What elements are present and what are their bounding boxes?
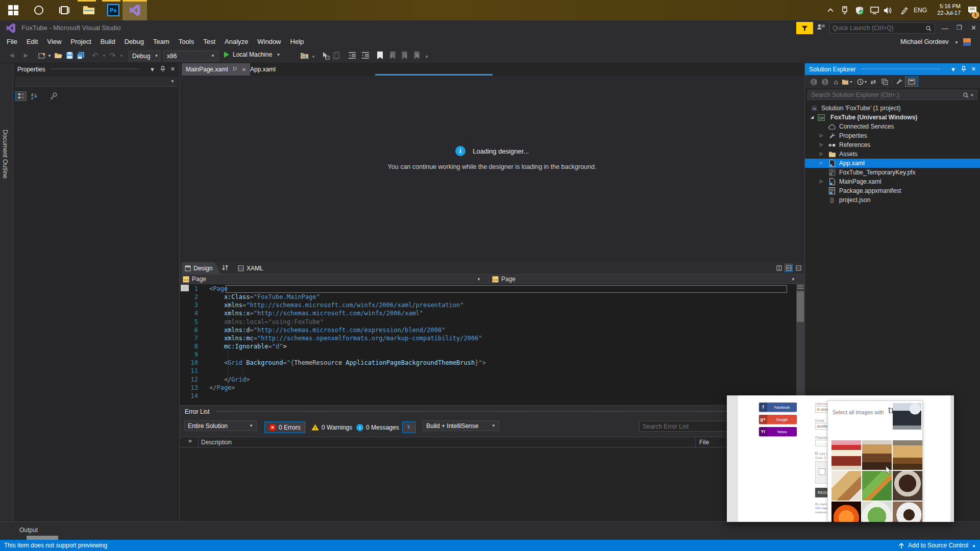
- tray-network[interactable]: [870, 0, 879, 20]
- code-line-10[interactable]: 10 <Grid Background="{ThemeResource Appl…: [180, 359, 486, 367]
- photoshop-button[interactable]: Ps: [101, 0, 126, 20]
- tree-item-foxtube-temporarykey-pfx[interactable]: FoxTube_TemporaryKey.pfx: [805, 168, 980, 177]
- tray-volume[interactable]: [884, 0, 892, 20]
- copy-disabled-icon[interactable]: [333, 52, 340, 60]
- drag-handle[interactable]: [51, 68, 139, 70]
- chevron-down-icon[interactable]: ▼: [47, 54, 52, 58]
- next-bookmark-icon[interactable]: [401, 51, 408, 60]
- tree-item-project-json[interactable]: {}project.json: [805, 195, 980, 205]
- toolbar-overflow-icon[interactable]: ▼: [425, 55, 429, 59]
- expander-closed-icon[interactable]: ▷: [820, 161, 823, 165]
- expander-closed-icon[interactable]: ▷: [820, 152, 823, 156]
- captcha-image-breakfast-plate[interactable]: [831, 471, 861, 500]
- drag-handle[interactable]: [216, 410, 794, 413]
- error-scope-dropdown[interactable]: Entire Solution▼: [184, 420, 257, 431]
- quick-launch-box[interactable]: [829, 22, 935, 34]
- close-icon[interactable]: ✕: [170, 66, 175, 72]
- collapse-pane-button[interactable]: [794, 264, 802, 272]
- messages-filter-button[interactable]: i 0 Messages: [352, 421, 403, 433]
- tree-item-assets[interactable]: ▷Assets: [805, 149, 980, 159]
- tray-pen[interactable]: [900, 0, 909, 20]
- scrollbar-thumb[interactable]: [797, 291, 804, 322]
- tray-clock[interactable]: 5:16 PM 22-Jul-17: [937, 3, 961, 23]
- quick-launch-input[interactable]: [832, 24, 925, 32]
- new-project-icon[interactable]: [38, 52, 46, 60]
- xaml-tab[interactable]: <> XAML: [235, 262, 268, 274]
- design-tab[interactable]: Design: [182, 262, 220, 274]
- sync-with-active-document-button[interactable]: ⇄: [868, 77, 879, 87]
- tree-item-foxtube-universal-windows[interactable]: ◢C#FoxTube (Universal Windows): [805, 113, 980, 122]
- increase-indent-icon[interactable]: [361, 52, 370, 59]
- severity-column-icon[interactable]: ⚑: [188, 439, 192, 444]
- user-avatar[interactable]: [963, 38, 971, 46]
- close-button[interactable]: ✕: [971, 24, 976, 32]
- save-all-icon[interactable]: [77, 52, 85, 60]
- file-explorer-button[interactable]: [77, 0, 101, 20]
- code-line-1[interactable]: 1<Page: [180, 285, 486, 293]
- solution-explorer-header[interactable]: Solution Explorer ▼ ✕: [805, 63, 980, 75]
- menu-window[interactable]: Window: [253, 36, 285, 47]
- captcha-image-iced-dessert[interactable]: [862, 440, 892, 470]
- tree-item-connected-services[interactable]: Connected Services: [805, 122, 980, 131]
- menu-view[interactable]: View: [42, 36, 66, 47]
- code-line-13[interactable]: 13</Page>: [180, 384, 486, 392]
- categorized-view-button[interactable]: [15, 91, 27, 101]
- horizontal-split-button[interactable]: [785, 264, 793, 272]
- code-line-12[interactable]: 12 </Grid>: [180, 375, 486, 384]
- captcha-image-salad-plate[interactable]: [862, 502, 892, 522]
- code-line-2[interactable]: 2 x:Class="FoxTube.MainPage": [180, 293, 486, 301]
- captcha-image-salt-lamp[interactable]: [831, 502, 861, 522]
- captcha-image-salad-bowl[interactable]: [862, 471, 892, 500]
- page-scrollbar[interactable]: [950, 395, 954, 522]
- google-login-button[interactable]: g+Google: [759, 415, 797, 424]
- tree-item-package-appxmanifest[interactable]: Package.appxmanifest: [805, 186, 980, 195]
- code-line-7[interactable]: 7 xmlns:mc="http://schemas.openxmlformat…: [180, 334, 486, 342]
- window-position-icon[interactable]: ▼: [150, 66, 155, 72]
- pin-icon[interactable]: [160, 66, 165, 73]
- expander-closed-icon[interactable]: ▷: [820, 133, 823, 138]
- errors-filter-button[interactable]: ✕ 0 Errors: [264, 421, 305, 433]
- pin-icon[interactable]: [961, 66, 966, 73]
- selected-object-dropdown[interactable]: ▼: [15, 77, 178, 87]
- menu-file[interactable]: File: [2, 36, 22, 47]
- tree-item-app-xaml[interactable]: ▷App.xaml: [805, 159, 980, 168]
- tray-chevron[interactable]: [827, 0, 834, 20]
- redo-icon[interactable]: ↷: [109, 51, 116, 60]
- close-icon[interactable]: ✕: [971, 66, 976, 72]
- switch-views-button[interactable]: ▼: [842, 77, 853, 87]
- decrease-indent-icon[interactable]: [348, 52, 356, 59]
- warnings-filter-button[interactable]: ! 0 Warnings: [307, 421, 356, 433]
- pending-changes-filter-button[interactable]: ▼: [856, 77, 868, 87]
- tree-item-mainpage-xaml[interactable]: ▷MainPage.xaml: [805, 177, 980, 186]
- menu-test[interactable]: Test: [199, 36, 220, 47]
- expander-open-icon[interactable]: ◢: [811, 115, 814, 119]
- forward-button[interactable]: ❯: [819, 77, 830, 87]
- alphabetical-sort-button[interactable]: AZ: [29, 91, 40, 101]
- menu-build[interactable]: Build: [96, 36, 120, 47]
- preview-selected-items-button[interactable]: [905, 77, 918, 87]
- window-position-icon[interactable]: ▼: [950, 66, 956, 72]
- collapse-all-button[interactable]: [879, 77, 890, 87]
- solution-explorer-search-input[interactable]: [811, 91, 963, 98]
- find-in-files-icon[interactable]: [300, 52, 309, 60]
- captcha-image-coffee-with-cookie[interactable]: [893, 502, 922, 522]
- file-column-header[interactable]: File: [699, 439, 709, 446]
- platform-dropdown[interactable]: x86▼: [163, 51, 218, 61]
- expander-closed-icon[interactable]: ▷: [820, 179, 823, 184]
- document-outline-tab[interactable]: Document Outline: [2, 130, 9, 179]
- error-list-header[interactable]: Error List: [180, 406, 804, 417]
- captcha-image-coffee-beans-cup[interactable]: [893, 471, 922, 500]
- yahoo-login-button[interactable]: Y!Yahoo: [759, 427, 797, 436]
- splitter-grip[interactable]: [797, 285, 803, 290]
- tab-app-xaml[interactable]: App.xaml: [246, 63, 280, 76]
- clear-bookmarks-icon[interactable]: [413, 51, 421, 60]
- home-button[interactable]: ⌂: [830, 77, 842, 87]
- add-to-source-control-button[interactable]: Add to Source Control ▲: [898, 542, 976, 549]
- send-a-smile-button[interactable]: [817, 23, 825, 34]
- visual-studio-button[interactable]: [122, 0, 147, 20]
- task-view-button[interactable]: [52, 0, 77, 20]
- chevron-down-icon[interactable]: ▼: [311, 55, 315, 59]
- menu-tools[interactable]: Tools: [174, 36, 199, 47]
- menu-project[interactable]: Project: [66, 36, 95, 47]
- cortana-button[interactable]: [27, 0, 51, 20]
